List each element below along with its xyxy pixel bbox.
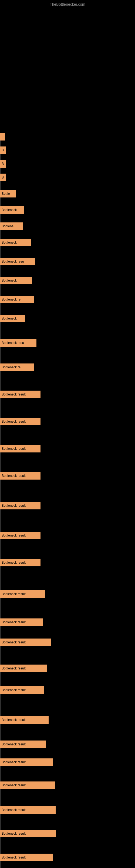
result-bar-row: Bottleneck result — [0, 830, 56, 837]
result-bar-row: Bottleneck resu — [0, 258, 35, 265]
result-bar-row: B — [0, 160, 6, 167]
result-bar-row: Bottleneck result — [0, 664, 47, 672]
result-bar-row: Bottleneck result — [0, 758, 53, 766]
result-bar-row: Bottleneck result — [0, 445, 41, 453]
bottleneck-result-bar: Bottleneck — [0, 315, 25, 322]
result-bar-row: Bottleneck result — [0, 716, 49, 724]
bottleneck-result-bar: B — [0, 160, 6, 167]
result-bar-row: Bottleneck result — [0, 806, 56, 814]
bottleneck-result-bar: Bottleneck resu — [0, 339, 37, 347]
bottleneck-result-bar: Bottleneck result — [0, 472, 41, 479]
bottleneck-result-bar: Bottleneck result — [0, 532, 41, 539]
bottleneck-result-bar: Bottleneck result — [0, 741, 46, 748]
result-bar-row: Bottlene — [0, 222, 23, 230]
bottleneck-result-bar: Bottleneck r — [0, 239, 31, 246]
bottleneck-result-bar: Bottleneck resu — [0, 258, 35, 265]
result-bar-row: Bottleneck result — [0, 559, 41, 566]
bottleneck-result-bar: Bottleneck result — [0, 758, 53, 766]
bottleneck-result-bar: Bottleneck re — [0, 296, 34, 303]
result-bar-row: Bottle — [0, 190, 16, 197]
result-bar-row: Bottleneck — [0, 315, 25, 322]
result-bar-row: Bottleneck result — [0, 639, 51, 646]
result-bar-row: Bottleneck result — [0, 472, 41, 479]
bottleneck-result-bar: Bottleneck result — [0, 502, 41, 509]
bottleneck-result-bar: Bottlene — [0, 222, 23, 230]
result-bar-row: Bottleneck r — [0, 277, 32, 284]
result-bar-row: Bottleneck result — [0, 590, 45, 598]
bottleneck-result-bar: Bottleneck result — [0, 854, 53, 861]
bottleneck-result-bar: Bottleneck result — [0, 716, 49, 724]
result-bar-row: Bottleneck re — [0, 364, 34, 371]
result-bar-row: Bottleneck result — [0, 781, 55, 789]
result-bar-row: Bottleneck result — [0, 502, 41, 509]
bottleneck-result-bar: Bottleneck result — [0, 418, 41, 425]
bottleneck-result-bar: Bottleneck result — [0, 806, 56, 814]
bottleneck-result-bar: B — [0, 174, 6, 181]
bottleneck-result-bar: Bottleneck — [0, 206, 24, 214]
result-bar-row: Bottleneck r — [0, 239, 31, 246]
result-bar-row: Bottleneck result — [0, 418, 41, 425]
bottleneck-result-bar: Bottleneck result — [0, 618, 43, 626]
bottleneck-result-bar: Bottleneck re — [0, 364, 34, 371]
result-bar-row: Bottleneck result — [0, 741, 46, 748]
result-bar-row: B — [0, 147, 6, 154]
bottleneck-result-bar: Bottleneck result — [0, 445, 41, 453]
bottleneck-result-bar: Bottleneck result — [0, 781, 55, 789]
bottleneck-result-bar: Bottleneck result — [0, 664, 47, 672]
bottleneck-result-bar: Bottleneck result — [0, 639, 51, 646]
bottleneck-result-bar: Bottleneck result — [0, 391, 41, 398]
bottleneck-result-bar: Bottleneck result — [0, 686, 44, 694]
result-bar-row: B — [0, 174, 6, 181]
bottleneck-result-bar: Bottleneck r — [0, 277, 32, 284]
result-bar-row: Bottleneck re — [0, 296, 34, 303]
result-bar-row: Bottleneck — [0, 206, 24, 214]
bottleneck-result-bar: B — [0, 147, 6, 154]
site-title: TheBottlenecker.com — [0, 0, 135, 8]
result-bar-row: Bottleneck result — [0, 618, 43, 626]
result-bar-row: Bottleneck result — [0, 854, 53, 861]
bottleneck-result-bar: Bottle — [0, 190, 16, 197]
bottleneck-result-bar: | — [0, 133, 5, 141]
bottleneck-result-bar: Bottleneck result — [0, 559, 41, 566]
result-bar-row: Bottleneck resu — [0, 339, 37, 347]
bottleneck-result-bar: Bottleneck result — [0, 590, 45, 598]
result-bar-row: Bottleneck result — [0, 686, 44, 694]
site-title-container: TheBottlenecker.com — [0, 0, 135, 8]
result-bar-row: Bottleneck result — [0, 391, 41, 398]
bottleneck-result-bar: Bottleneck result — [0, 830, 56, 837]
result-bar-row: Bottleneck result — [0, 532, 41, 539]
result-bar-row: | — [0, 133, 5, 141]
